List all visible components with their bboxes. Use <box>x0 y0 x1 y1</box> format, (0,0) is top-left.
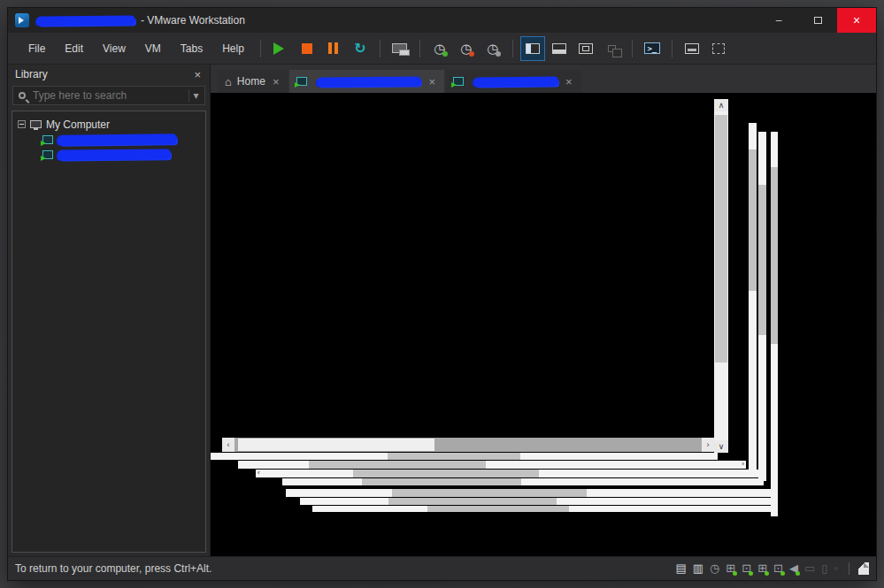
serial-port-icon[interactable]: ▯ <box>821 562 827 575</box>
pause-icon <box>328 42 338 54</box>
menu-edit[interactable]: Edit <box>55 39 93 58</box>
usb-device-icon[interactable]: ⊡ <box>742 562 751 575</box>
scrollbar-thumb[interactable] <box>392 489 587 497</box>
cd-dvd-icon[interactable]: ▥ <box>693 562 703 575</box>
desktop-background: - VMware Workstation – × File Edit View … <box>0 0 884 588</box>
tab-home[interactable]: ⌂ Home × <box>218 70 288 93</box>
fullscreen-button[interactable] <box>574 37 597 60</box>
send-ctrl-alt-del-button[interactable] <box>388 37 411 60</box>
stop-icon <box>302 43 312 54</box>
vm-icon <box>296 77 307 86</box>
nested-scrollbar-h-6[interactable] <box>300 498 778 505</box>
power-on-button[interactable] <box>269 37 292 60</box>
scroll-left-icon[interactable]: ‹ <box>222 438 234 452</box>
minimize-button[interactable]: – <box>759 8 798 33</box>
scroll-right-icon[interactable]: › <box>702 438 714 452</box>
scrollbar-thumb[interactable] <box>309 461 486 469</box>
scroll-up-icon[interactable]: ∧ <box>714 99 728 111</box>
restore-icon <box>814 17 822 24</box>
tab-close-icon[interactable]: × <box>427 75 437 88</box>
scroll-right-icon[interactable]: › <box>742 460 744 468</box>
nested-scrollbar-h-4[interactable] <box>282 478 764 485</box>
menu-view[interactable]: View <box>93 39 135 58</box>
play-icon <box>273 42 290 55</box>
toolbar-separator <box>632 40 633 57</box>
nested-scrollbar-h-3[interactable]: ‹ <box>256 470 760 477</box>
mic-icon[interactable]: ◦ <box>834 562 838 575</box>
nested-scrollbar-v-3[interactable] <box>771 132 778 516</box>
vmware-app-icon[interactable] <box>15 13 29 27</box>
library-close-icon[interactable]: × <box>190 68 204 81</box>
scrollbar-thumb[interactable] <box>771 167 778 344</box>
suspend-button[interactable] <box>322 37 345 60</box>
tab-close-icon[interactable]: × <box>271 75 281 88</box>
fit-guest-button[interactable] <box>707 37 730 60</box>
scrollbar-thumb[interactable] <box>362 478 521 485</box>
revert-snapshot-button[interactable]: ◷ <box>455 37 478 60</box>
vm-console-screen[interactable]: ∧ ∨ ‹ › › <box>211 93 876 556</box>
shared-folder-icon[interactable]: ⊡ <box>773 562 783 575</box>
vm-scrollbar-horizontal[interactable]: ‹ › <box>222 438 714 452</box>
scrollbar-thumb[interactable] <box>715 115 727 363</box>
hard-disk-icon[interactable]: ▤ <box>675 562 686 575</box>
scrollbar-thumb[interactable] <box>388 453 520 460</box>
vm-icon <box>453 77 464 86</box>
tree-expander-icon[interactable] <box>18 120 26 128</box>
tab-vm-2[interactable]: × <box>446 70 581 93</box>
menu-vm[interactable]: VM <box>135 39 171 58</box>
menu-file[interactable]: File <box>19 39 55 58</box>
unity-mode-button[interactable] <box>601 37 624 60</box>
printer-icon[interactable]: ▭ <box>804 562 815 575</box>
nested-scrollbar-v-2[interactable] <box>758 132 766 481</box>
library-search-box[interactable]: ▾ <box>12 86 205 105</box>
nested-scrollbar-h-5[interactable] <box>286 489 778 497</box>
redacted-vm-name <box>36 15 135 26</box>
vm-scrollbar-vertical[interactable]: ∧ ∨ <box>714 99 728 453</box>
nested-scrollbar-h-1[interactable] <box>211 453 718 460</box>
reset-button[interactable]: ↻ <box>349 37 372 60</box>
nested-scrollbar-h-7[interactable] <box>312 506 778 512</box>
title-bar: - VMware Workstation – × <box>8 8 876 33</box>
open-console-button[interactable] <box>641 37 664 60</box>
toolbar-separator <box>260 40 261 57</box>
toolbar-separator <box>380 40 381 57</box>
tab-vm-1[interactable]: × <box>289 70 444 93</box>
search-input[interactable] <box>31 88 188 103</box>
scrollbar-thumb[interactable] <box>353 470 539 477</box>
sound-icon[interactable]: ◀ <box>789 562 798 575</box>
snapshot-manager-button[interactable]: ◷ <box>481 37 504 60</box>
redacted-vm-name <box>473 76 558 87</box>
scroll-down-icon[interactable]: ∨ <box>714 440 728 453</box>
power-off-button[interactable] <box>296 37 319 60</box>
tree-item-my-computer[interactable]: My Computer <box>16 117 202 132</box>
tab-close-icon[interactable]: × <box>564 75 574 88</box>
scrollbar-thumb[interactable] <box>758 185 766 335</box>
monitor-keyboard-icon <box>392 43 407 53</box>
scrollbar-thumb[interactable] <box>388 498 557 505</box>
search-dropdown-icon[interactable]: ▾ <box>188 89 203 102</box>
display-icon[interactable]: ⊞ <box>757 562 767 575</box>
redacted-vm-name <box>58 149 171 160</box>
menu-tabs[interactable]: Tabs <box>171 39 212 58</box>
show-thumbnail-bar-button[interactable] <box>548 37 571 60</box>
scrollbar-thumb[interactable] <box>427 506 569 512</box>
nested-scrollbar-h-2[interactable]: › <box>238 461 746 469</box>
nested-scrollbar-v-1[interactable] <box>749 123 757 470</box>
take-snapshot-button[interactable]: ◷ <box>428 37 451 60</box>
statusbar-separator <box>849 562 849 575</box>
show-library-button[interactable] <box>521 37 544 60</box>
enhanced-keyboard-button[interactable] <box>680 37 703 60</box>
restore-button[interactable] <box>798 8 837 33</box>
scroll-left-icon[interactable]: ‹ <box>258 469 260 477</box>
tree-item-vm-2[interactable] <box>16 147 202 162</box>
page-corner-icon[interactable] <box>858 562 869 575</box>
tree-item-vm-1[interactable] <box>16 132 202 147</box>
statusbar-message: To return to your computer, press Ctrl+A… <box>15 562 211 575</box>
network-adapter-icon[interactable]: ⊞ <box>726 562 735 575</box>
scrollbar-thumb[interactable] <box>749 149 757 291</box>
vmware-workstation-window: - VMware Workstation – × File Edit View … <box>7 7 877 581</box>
scrollbar-thumb[interactable] <box>238 439 434 451</box>
menu-help[interactable]: Help <box>212 39 254 58</box>
clock-icon[interactable]: ◷ <box>710 562 719 575</box>
close-button[interactable]: × <box>837 8 876 33</box>
